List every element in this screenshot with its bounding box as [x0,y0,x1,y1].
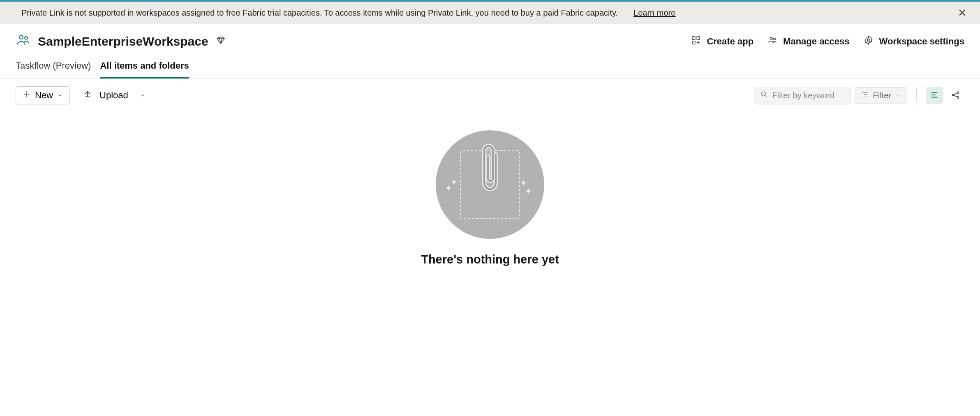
lineage-icon [951,90,960,101]
workspace-header: SampleEnterpriseWorkspace Create app [0,24,980,53]
workspace-settings-button[interactable]: Workspace settings [864,35,964,48]
workspace-title: SampleEnterpriseWorkspace [38,35,208,49]
toolbar: New Upload Filter [0,79,980,112]
manage-access-button[interactable]: Manage access [767,35,849,48]
divider [916,88,917,102]
filter-button-label: Filter [873,91,891,100]
empty-state-title: There's nothing here yet [421,253,559,266]
sparkle-icon: ✦ [445,183,452,194]
notification-bar: Private Link is not supported in workspa… [0,2,980,24]
plus-icon [23,90,31,101]
empty-state: ✦ ✦ ✦ ✦ There's nothing here yet [0,112,980,266]
list-icon [930,90,939,101]
filter-input[interactable] [772,91,844,100]
chevron-down-icon [140,90,146,101]
filter-input-wrap[interactable] [754,87,851,104]
lineage-view-button[interactable] [947,87,964,104]
create-app-icon [691,35,701,48]
upload-button-label: Upload [99,90,128,101]
sparkle-icon: ✦ [525,186,532,197]
chevron-down-icon [57,90,63,101]
svg-point-7 [867,39,870,42]
svg-point-0 [19,35,23,39]
create-app-label: Create app [707,36,753,47]
notification-message: Private Link is not supported in workspa… [21,8,618,18]
svg-rect-3 [697,37,700,39]
gear-icon [864,35,874,48]
manage-access-label: Manage access [783,36,849,47]
premium-icon [216,35,226,47]
svg-point-5 [770,37,772,40]
create-app-button[interactable]: Create app [691,35,753,48]
svg-point-11 [957,96,959,98]
tab-all-items[interactable]: All items and folders [100,60,189,79]
svg-point-1 [25,37,28,39]
new-button-label: New [35,90,53,101]
close-icon[interactable]: ✕ [955,7,970,18]
tab-row: Taskflow (Preview) All items and folders [0,53,980,79]
chevron-down-icon [895,91,900,100]
svg-point-6 [774,38,776,40]
empty-state-illustration: ✦ ✦ ✦ ✦ [436,130,544,239]
paperclip-icon [477,140,503,200]
upload-icon [83,90,92,101]
tab-taskflow[interactable]: Taskflow (Preview) [16,60,91,79]
filter-icon [862,91,869,100]
learn-more-link[interactable]: Learn more [633,8,675,18]
manage-access-icon [767,35,777,48]
upload-button[interactable]: Upload [83,90,146,101]
list-view-button[interactable] [926,87,943,104]
svg-point-8 [761,92,765,96]
new-button[interactable]: New [16,86,70,104]
svg-rect-4 [692,41,695,44]
workspace-icon [16,33,30,50]
svg-point-10 [957,91,959,93]
svg-point-9 [952,94,954,95]
search-icon [760,90,768,101]
svg-rect-2 [692,37,695,39]
workspace-settings-label: Workspace settings [879,36,964,47]
filter-button[interactable]: Filter [855,87,907,104]
